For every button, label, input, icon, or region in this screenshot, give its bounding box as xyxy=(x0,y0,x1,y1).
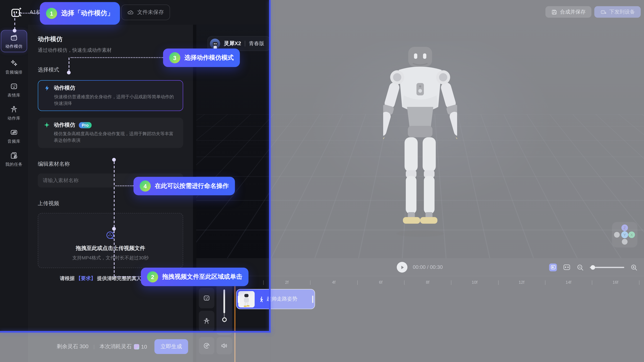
lightning-icon xyxy=(44,85,50,91)
connector-step1-v xyxy=(14,14,15,30)
track-zoom-slider-knob[interactable] xyxy=(222,317,226,322)
track-zoom-slider[interactable] xyxy=(224,289,225,313)
app-window: A1机 文件未保存 合成并保存 下发到设备 xyxy=(0,0,644,362)
robot-clapper-logo-icon xyxy=(10,6,22,19)
divider xyxy=(245,41,245,47)
expression-track-button[interactable] xyxy=(199,288,214,308)
clip-thumbnail xyxy=(238,291,255,307)
connector-step2-dot xyxy=(112,227,116,231)
walking-person-icon xyxy=(258,296,264,302)
file-status-button[interactable]: 文件未保存 xyxy=(121,5,170,20)
dim-overlay-bottom xyxy=(0,332,271,362)
document-title: A1机 xyxy=(30,0,41,25)
connector-step4-v xyxy=(114,162,114,227)
connector-step4-dot-top xyxy=(112,158,116,162)
spotlight-border-horizontal xyxy=(0,331,271,333)
ruler-tick xyxy=(263,280,264,285)
audio-library-icon xyxy=(10,128,18,137)
panel-title: 动作模仿 xyxy=(38,35,183,43)
upload-hint: 支持MP4格式，文件时长不超过30秒 xyxy=(72,255,149,261)
sidebar-item-label: 音频库 xyxy=(8,139,20,144)
sidebar-item-label: 动作库 xyxy=(8,116,20,121)
material-name-label: 编辑素材名称 xyxy=(38,160,183,168)
robot-name: 灵犀X2 xyxy=(224,40,241,47)
step-number-badge: 3 xyxy=(169,52,180,63)
upload-title: 拖拽至此或点击上传视频文件 xyxy=(76,244,145,252)
panel-subtitle: 通过动作模仿，快速生成动作素材 xyxy=(38,47,183,54)
audio-arrange-icon xyxy=(10,59,18,68)
connector-step3-dot xyxy=(67,71,70,74)
sidebar-item-label: 音频编排 xyxy=(6,70,22,75)
clip-trim-handle-left[interactable] xyxy=(238,296,239,303)
my-tasks-icon xyxy=(10,151,18,160)
sidebar-item-motion-imitation[interactable]: 动作模仿 xyxy=(1,30,27,52)
spotlight-border-vertical xyxy=(269,0,271,332)
mode-description: 模仿复杂高精度高动态全身动作复现，适用于舞蹈功夫等丰富表达创作表演 xyxy=(44,131,178,144)
connector-step1-h xyxy=(18,13,40,14)
expression-library-icon xyxy=(10,82,18,91)
sidebar-nav: 动作模仿 音频编排 表情库 动作库 xyxy=(0,25,28,362)
step-label: 选择动作模仿模式 xyxy=(184,54,234,62)
screenshot-stage: A1机 文件未保存 合成并保存 下发到设备 xyxy=(0,0,644,362)
sidebar-item-expression-library[interactable]: 表情库 xyxy=(1,82,27,98)
connector-step2-h xyxy=(116,276,141,277)
connector-step3-v xyxy=(69,58,70,72)
step-tooltip-1: 1 选择「动作模仿」 xyxy=(40,2,120,25)
step-label: 拖拽视频文件至此区域或单击 xyxy=(162,273,242,281)
video-upload-dropzone[interactable]: 拖拽至此或点击上传视频文件 支持MP4格式，文件时长不超过30秒 xyxy=(38,213,183,268)
upload-video-label: 上传视频 xyxy=(38,200,183,207)
mode-card-pro[interactable]: 动作模仿 Pro 模仿复杂高精度高动态全身动作复现，适用于舞蹈功夫等丰富表达创作… xyxy=(38,118,183,148)
connector-step2-v xyxy=(114,231,114,277)
mode-select-label: 选择模式 xyxy=(38,66,183,74)
connector-step3-h xyxy=(70,57,163,58)
motion-library-icon xyxy=(10,105,18,114)
robot-avatar-icon xyxy=(212,41,218,49)
step-label: 在此可以按需进行命名操作 xyxy=(155,182,229,190)
sidebar-item-label: 表情库 xyxy=(8,93,20,98)
sidebar-item-audio-arrange[interactable]: 音频编排 xyxy=(1,59,27,75)
robot-edition: 青春版 xyxy=(249,40,264,47)
step-number-badge: 1 xyxy=(46,8,57,19)
connector-step1-dot xyxy=(13,29,16,33)
sidebar-item-label: 我的任务 xyxy=(6,162,22,167)
requirement-link[interactable]: 【要求】 xyxy=(76,275,96,281)
dim-overlay-right xyxy=(271,0,644,362)
step-tooltip-3: 3 选择动作模仿模式 xyxy=(163,49,240,67)
pro-badge: Pro xyxy=(79,122,92,128)
note-prefix: 请根据 xyxy=(60,275,76,281)
sidebar-item-label: 动作模仿 xyxy=(6,44,22,49)
step-number-badge: 4 xyxy=(140,181,151,192)
step-tooltip-4: 4 在此可以按需进行命名操作 xyxy=(134,177,235,195)
step-tooltip-2: 2 拖拽视频文件至此区域或单击 xyxy=(141,268,248,286)
motion-track-icon xyxy=(203,317,210,325)
expression-track-icon xyxy=(203,294,210,302)
sidebar-item-my-tasks[interactable]: 我的任务 xyxy=(1,151,27,167)
mode-description: 快速模仿普通难度的全身动作，适用于小品戏剧等简单动作的快速演绎 xyxy=(44,94,177,107)
motion-imitation-icon xyxy=(10,33,18,42)
robot-avatar xyxy=(210,39,220,49)
mode-title: 动作模仿 xyxy=(54,84,75,92)
star-sparkle-icon xyxy=(44,122,50,128)
sidebar-item-motion-library[interactable]: 动作库 xyxy=(1,105,27,121)
motion-track-button[interactable] xyxy=(199,311,214,331)
mode-title: 动作模仿 xyxy=(54,121,75,129)
step-number-badge: 2 xyxy=(147,271,158,282)
mode-card-standard[interactable]: 动作模仿 快速模仿普通难度的全身动作，适用于小品戏剧等简单动作的快速演绎 xyxy=(38,80,183,111)
step-label: 选择「动作模仿」 xyxy=(61,9,114,18)
cloud-offline-icon xyxy=(127,9,134,16)
clip-thumbnail-robot xyxy=(241,293,252,307)
connector-step4-h xyxy=(116,185,134,186)
sidebar-item-audio-library[interactable]: 音频库 xyxy=(1,128,27,144)
file-status-label: 文件未保存 xyxy=(137,9,164,16)
